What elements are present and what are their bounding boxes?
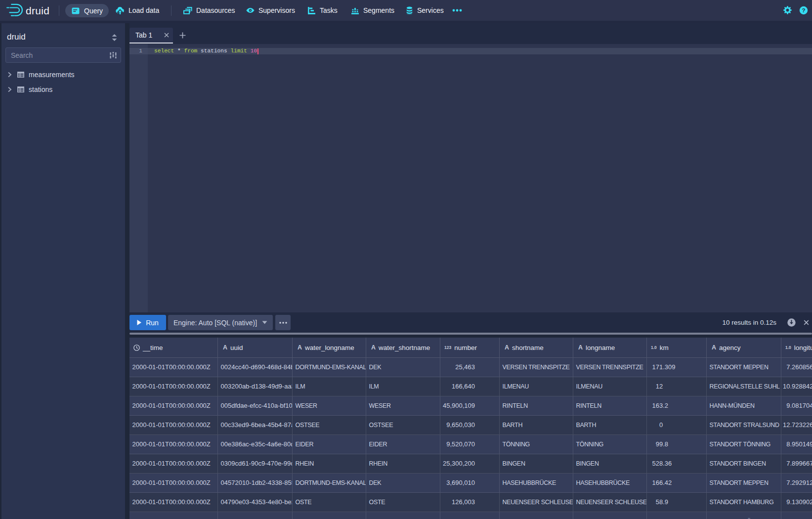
svg-text:?: ? bbox=[802, 7, 805, 13]
